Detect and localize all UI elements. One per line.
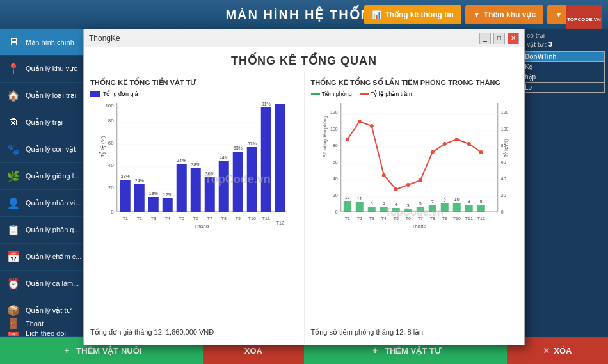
- left-chart-legend: Tổng đơn giá: [90, 91, 298, 97]
- chart-icon: 📊: [372, 10, 381, 19]
- svg-rect-83: [380, 207, 387, 212]
- svg-text:20: 20: [332, 193, 337, 198]
- plus-icon-vat-tu: +: [369, 345, 381, 356]
- svg-rect-98: [440, 203, 448, 212]
- svg-text:100: 100: [105, 103, 114, 109]
- svg-text:T1: T1: [344, 216, 349, 221]
- modal-controls: _ □ ✕: [479, 33, 519, 44]
- sidebar-label-giong: Quản lý giống l...: [26, 172, 79, 180]
- sidebar-item-ca-lam[interactable]: ⏰ Quản lý ca làm...: [0, 271, 90, 297]
- sidebar-label-trai: Quản lý trại: [26, 118, 63, 127]
- svg-point-110: [345, 138, 349, 141]
- modal-minimize-button[interactable]: _: [479, 33, 491, 44]
- svg-text:T6: T6: [193, 216, 198, 221]
- sidebar-item-thoat[interactable]: 🚪 Thoát: [0, 310, 90, 337]
- legend-ty-le: Tỷ lệ phần trăm: [360, 91, 412, 97]
- sidebar-item-phan-quyen[interactable]: 📋 Quản lý phân q...: [0, 217, 90, 244]
- sidebar-label-main: Màn hình chính: [26, 38, 74, 46]
- right-chart-section: THỐNG KÊ TỔNG SỐ LẦN TIÊM PHÒNG TRONG TH…: [305, 72, 525, 343]
- svg-text:T11: T11: [262, 216, 270, 221]
- sidebar-item-con-vat[interactable]: 🐾 Quản lý con vật: [0, 136, 90, 163]
- top-bar-buttons: 📊 Thống kê thông tin ▼ Thêm khu vực ▼ Th…: [364, 5, 602, 24]
- svg-text:80: 80: [108, 118, 114, 123]
- svg-text:38%: 38%: [191, 162, 200, 167]
- rp-table-header: DonViTinh: [522, 52, 605, 62]
- svg-text:Tháng: Tháng: [194, 223, 209, 228]
- svg-text:Tỷ lệ (%): Tỷ lệ (%): [502, 139, 508, 157]
- svg-rect-25: [177, 164, 187, 212]
- svg-text:5: 5: [370, 202, 372, 206]
- sidebar-label-khu-vuc: Quản lý khu vực: [26, 65, 77, 73]
- svg-point-118: [442, 142, 446, 146]
- sidebar-item-cham-cong[interactable]: 📅 Quản lý chấm c...: [0, 244, 90, 271]
- sidebar-item-nhan-vien[interactable]: 👤 Quản lý nhân vi...: [0, 190, 90, 217]
- svg-text:100: 100: [330, 127, 338, 131]
- modal-close-button[interactable]: ✕: [508, 33, 519, 44]
- svg-rect-89: [404, 209, 412, 212]
- svg-text:10: 10: [454, 197, 459, 202]
- svg-text:4: 4: [394, 202, 397, 207]
- right-panel-table: DonViTinh KghộpLo: [522, 51, 605, 93]
- barn-icon: 🏚: [6, 116, 20, 130]
- svg-text:40: 40: [108, 162, 114, 168]
- svg-point-113: [381, 173, 385, 177]
- svg-rect-37: [233, 152, 243, 212]
- svg-text:0: 0: [335, 210, 337, 214]
- svg-rect-13: [120, 180, 131, 212]
- left-chart-footer: Tổng đơn giá tháng 12: 1,860,000 VNĐ: [90, 328, 298, 336]
- right-panel: g có trại g vật tư : 3 DonViTinh KghộpLo: [518, 29, 608, 345]
- svg-text:T12: T12: [477, 216, 484, 221]
- svg-text:20: 20: [500, 193, 506, 198]
- top-bar: MÀN HÌNH HỆ THỐNG 📊 Thống kê thông tin ▼…: [0, 0, 608, 29]
- plus-icon-vat-nuoi: +: [61, 345, 72, 356]
- paw-icon: 🐾: [6, 143, 20, 157]
- sidebar-item-khu-vuc[interactable]: 📍 Quản lý khu vực: [0, 56, 90, 83]
- monitor-icon: 🖥: [6, 35, 20, 49]
- svg-text:T10: T10: [248, 216, 256, 221]
- svg-rect-19: [148, 197, 159, 212]
- svg-text:120: 120: [500, 110, 508, 115]
- rp-table-row: hộp: [522, 72, 605, 83]
- svg-text:57%: 57%: [248, 141, 257, 146]
- sidebar-item-loai-trai[interactable]: 🏠 Quản lý loại trại: [0, 83, 90, 109]
- svg-text:T5: T5: [393, 216, 398, 221]
- x-icon: ✕: [543, 346, 550, 356]
- rp-table-row: Kg: [522, 62, 605, 72]
- sidebar-item-trai[interactable]: 🏚 Quản lý trại: [0, 109, 90, 136]
- sidebar-item-giong[interactable]: 🌿 Quản lý giống l...: [0, 163, 90, 190]
- svg-rect-101: [452, 203, 460, 212]
- thong-ke-button[interactable]: 📊 Thống kê thông tin: [364, 5, 461, 24]
- svg-rect-16: [134, 184, 145, 212]
- them-khu-vuc-button[interactable]: ▼ Thêm khu vực: [465, 5, 543, 24]
- sidebar-item-main[interactable]: 🖥 Màn hình chính: [0, 29, 90, 56]
- right-panel-vat-tu-value: 3: [548, 41, 552, 48]
- svg-text:T3: T3: [151, 216, 156, 221]
- svg-text:20: 20: [108, 185, 114, 191]
- app-title: MÀN HÌNH HỆ THỐNG: [225, 7, 382, 22]
- svg-rect-77: [355, 202, 363, 212]
- svg-rect-43: [261, 107, 271, 212]
- svg-text:T1: T1: [123, 216, 128, 221]
- svg-text:53%: 53%: [234, 146, 243, 150]
- sidebar-label-nhan-vien: Quản lý nhân vi...: [26, 199, 81, 207]
- svg-text:T5: T5: [179, 216, 184, 221]
- svg-text:60: 60: [108, 140, 114, 146]
- modal-maximize-button[interactable]: □: [493, 33, 505, 44]
- svg-rect-92: [416, 207, 424, 212]
- svg-text:Tỷ lệ (%): Tỷ lệ (%): [99, 136, 106, 157]
- svg-text:28%: 28%: [121, 174, 130, 178]
- svg-rect-104: [465, 205, 472, 212]
- legend-green-line: [311, 93, 320, 95]
- svg-text:8: 8: [467, 199, 470, 203]
- svg-point-119: [454, 138, 458, 141]
- svg-point-112: [369, 124, 373, 128]
- legend-tiem-phong: Tiêm phòng: [311, 91, 352, 97]
- svg-rect-74: [343, 201, 351, 212]
- svg-text:T9: T9: [442, 216, 447, 221]
- svg-text:T3: T3: [369, 216, 374, 221]
- svg-rect-46: [275, 104, 285, 212]
- svg-text:Số lượng tiêm phòng: Số lượng tiêm phòng: [322, 116, 327, 157]
- left-chart-title: THỐNG KÊ TỔNG TIỀN VẬT TƯ: [90, 79, 298, 87]
- sidebar-label-loai-trai: Quản lý loại trại: [26, 91, 76, 100]
- left-chart-section: THỐNG KÊ TỔNG TIỀN VẬT TƯ Tổng đơn giá 0…: [84, 72, 305, 343]
